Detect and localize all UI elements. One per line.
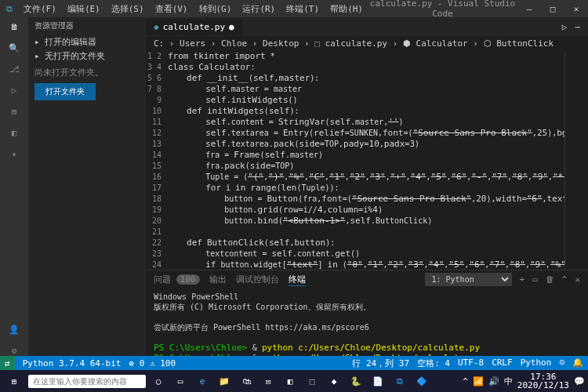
- app-icon-2[interactable]: ⬚: [303, 373, 321, 389]
- status-feedback-icon[interactable]: ☺: [559, 358, 564, 369]
- run-icon[interactable]: ▷: [12, 85, 17, 96]
- menu-bar: 文件(F)编辑(E)选择(S)查看(V)转到(G)运行(R)终端(T)帮助(H): [19, 2, 368, 16]
- activity-bar: 🗎 🔍 ⎇ ▷ ⊞ ◧ ✦ 👤 ⚙: [0, 17, 28, 356]
- minimize-button[interactable]: —: [517, 4, 541, 14]
- new-terminal-icon[interactable]: +: [520, 274, 525, 285]
- panel-tab-debug[interactable]: 调试控制台: [236, 274, 279, 285]
- explorer-icon[interactable]: 🗎: [10, 22, 19, 32]
- python-icon[interactable]: ◧: [12, 128, 17, 138]
- app-icon-4[interactable]: 🐍: [347, 373, 365, 389]
- taskbar-clock[interactable]: 17:362020/12/13: [517, 372, 569, 390]
- status-encoding[interactable]: UTF-8: [458, 358, 484, 369]
- settings-icon[interactable]: ⚙: [12, 346, 17, 356]
- taskbar-search-input[interactable]: [28, 375, 146, 388]
- tray-ime-icon[interactable]: 中: [504, 376, 513, 387]
- menu-item[interactable]: 帮助(H): [325, 2, 368, 16]
- split-terminal-icon[interactable]: ▭: [532, 274, 538, 285]
- status-language[interactable]: Python: [521, 358, 552, 369]
- account-icon[interactable]: 👤: [9, 325, 20, 335]
- sidebar-title: 资源管理器: [34, 20, 140, 31]
- status-ln-col[interactable]: 行 24，列 37: [352, 358, 409, 369]
- app-icon-3[interactable]: ◆: [325, 373, 343, 389]
- tab-label: calculate.py: [163, 22, 225, 32]
- window-title: calculate.py - Visual Studio Code: [368, 0, 517, 19]
- status-bar: ⇄ Python 3.7.4 64-bit ⊗ 0 ⚠ 100 行 24，列 3…: [0, 356, 588, 370]
- edge-icon[interactable]: e: [193, 373, 212, 389]
- status-python[interactable]: Python 3.7.4 64-bit: [23, 358, 122, 368]
- source-control-icon[interactable]: ⎇: [9, 64, 20, 74]
- close-button[interactable]: ✕: [564, 4, 588, 14]
- menu-item[interactable]: 编辑(E): [63, 2, 105, 16]
- panel-tabs: 问题 100 输出 调试控制台 终端 1: Python + ▭ 🗑 ^ ✕: [146, 270, 588, 289]
- status-bell-icon[interactable]: 🔔: [572, 358, 583, 369]
- remote-indicator[interactable]: ⇄: [0, 356, 15, 370]
- tray-volume-icon[interactable]: 🔊: [488, 376, 499, 387]
- app-icon-5[interactable]: 📄: [368, 373, 387, 389]
- sidebar-empty-msg: 尚未打开文件夹。: [34, 67, 140, 78]
- python-file-icon: ◆: [154, 22, 159, 32]
- close-panel-icon[interactable]: ✕: [575, 274, 580, 285]
- editor-tabs: ◆ calculate.py ● ▷⋯: [146, 17, 588, 36]
- more-actions-icon[interactable]: ⋯: [575, 22, 580, 32]
- tray-wifi-icon[interactable]: 📶: [473, 376, 484, 387]
- run-file-icon[interactable]: ▷: [562, 22, 568, 32]
- maximize-panel-icon[interactable]: ^: [562, 274, 568, 285]
- menu-item[interactable]: 查看(V): [151, 2, 193, 16]
- sidebar-explorer: 资源管理器 打开的编辑器 无打开的文件夹 尚未打开文件夹。 打开文件夹: [28, 17, 146, 356]
- vscode-icon: ⧉: [0, 4, 19, 14]
- kill-terminal-icon[interactable]: 🗑: [546, 274, 554, 285]
- vscode-taskbar-icon[interactable]: ⧉: [390, 373, 409, 389]
- terminal-body[interactable]: Windows PowerShell 版权所有 (C) Microsoft Co…: [146, 289, 588, 356]
- explorer-taskbar-icon[interactable]: 📁: [215, 373, 234, 389]
- sidebar-section-folder[interactable]: 无打开的文件夹: [34, 50, 140, 62]
- status-errors[interactable]: ⊗ 0 ⚠ 100: [129, 358, 176, 368]
- minimap[interactable]: [564, 51, 588, 270]
- editor-area: ◆ calculate.py ● ▷⋯ C: › Users › Chloe ›…: [146, 17, 588, 356]
- tab-calculate[interactable]: ◆ calculate.py ●: [146, 19, 242, 35]
- menu-item[interactable]: 转到(G): [194, 2, 237, 16]
- code-lines[interactable]: from tkinter import * class Calculator: …: [168, 51, 564, 270]
- menu-item[interactable]: 选择(S): [107, 2, 149, 16]
- menu-item[interactable]: 文件(F): [19, 2, 61, 16]
- tray-up-icon[interactable]: ^: [463, 376, 468, 387]
- code-editor[interactable]: 1 2 3 4 5 6 7 8 9 10 11 12 13 14 15 16 1…: [146, 51, 588, 270]
- extensions-icon[interactable]: ⊞: [12, 107, 17, 117]
- start-button[interactable]: ⊞: [3, 376, 25, 387]
- modified-icon: ●: [229, 22, 234, 32]
- line-gutter: 1 2 3 4 5 6 7 8 9 10 11 12 13 14 15 16 1…: [146, 51, 168, 270]
- bookmark-icon[interactable]: ✦: [12, 149, 17, 159]
- terminal-shell-select[interactable]: 1: Python: [425, 273, 512, 286]
- panel-tab-problems[interactable]: 问题 100: [154, 274, 200, 285]
- status-eol[interactable]: CRLF: [492, 358, 513, 369]
- title-bar: ⧉ 文件(F)编辑(E)选择(S)查看(V)转到(G)运行(R)终端(T)帮助(…: [0, 0, 588, 17]
- breadcrumb[interactable]: C: › Users › Chloe › Desktop › ⬚ calcula…: [146, 36, 588, 51]
- tab-actions: ▷⋯: [562, 22, 588, 32]
- windows-taskbar: ⊞ ○ ▭ e 📁 🛍 ✉ ◧ ⬚ ◆ 🐍 📄 ⧉ 🔷 ^ 📶 🔊 中 17:3…: [0, 370, 588, 392]
- maximize-button[interactable]: □: [541, 4, 564, 14]
- sidebar-section-editors[interactable]: 打开的编辑器: [34, 36, 140, 48]
- status-spaces[interactable]: 空格: 4: [417, 358, 450, 369]
- menu-item[interactable]: 运行(R): [238, 2, 280, 16]
- window-controls: —□✕: [517, 4, 588, 14]
- store-icon[interactable]: 🛍: [237, 373, 256, 389]
- cortana-icon[interactable]: ○: [149, 373, 168, 389]
- app-icon-1[interactable]: ◧: [281, 373, 299, 389]
- open-folder-button[interactable]: 打开文件夹: [34, 83, 96, 100]
- system-tray: ^ 📶 🔊 中 17:362020/12/13 💬: [463, 372, 585, 390]
- search-icon[interactable]: 🔍: [9, 43, 20, 53]
- panel-tab-terminal[interactable]: 终端: [289, 274, 306, 286]
- menu-item[interactable]: 终端(T): [281, 2, 324, 16]
- mail-icon[interactable]: ✉: [259, 373, 278, 389]
- tray-notifications-icon[interactable]: 💬: [574, 376, 585, 387]
- task-view-icon[interactable]: ▭: [171, 373, 190, 389]
- panel-tab-output[interactable]: 输出: [209, 274, 227, 285]
- bottom-panel: 问题 100 输出 调试控制台 终端 1: Python + ▭ 🗑 ^ ✕ W…: [146, 270, 588, 356]
- app-icon-6[interactable]: 🔷: [412, 373, 431, 389]
